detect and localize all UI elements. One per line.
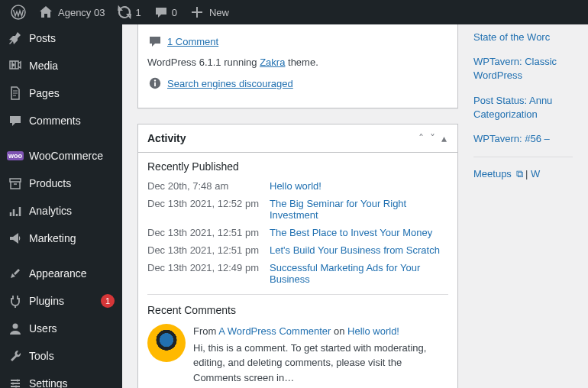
- updates-count: 1: [135, 7, 141, 18]
- admin-sidebar: Posts Media Pages Comments woo WooCommer…: [0, 24, 122, 388]
- sidebar-item-woocommerce[interactable]: woo WooCommerce: [0, 142, 122, 170]
- new-content-menu[interactable]: New: [183, 0, 235, 24]
- at-a-glance-panel: 1 Comment WordPress 6.1.1 running Zakra …: [137, 24, 458, 108]
- post-link[interactable]: Hello world!: [270, 180, 321, 192]
- sidebar-item-settings[interactable]: Settings: [0, 370, 122, 388]
- commenter-avatar: [147, 324, 186, 362]
- svg-point-4: [12, 383, 15, 385]
- plus-icon: [189, 5, 205, 20]
- post-date: Dec 20th, 7:48 am: [147, 180, 270, 192]
- sidebar-item-label: Posts: [29, 32, 115, 44]
- wp-logo-menu[interactable]: [5, 0, 32, 24]
- activity-panel: Activity ˄ ˅ ▴ Recently Published Dec 20…: [137, 124, 458, 388]
- updates-menu[interactable]: 1: [111, 0, 147, 24]
- wordpress-logo-icon: [11, 5, 26, 20]
- activity-post-row: Dec 13th 2021, 12:51 pm Let's Build Your…: [147, 244, 448, 256]
- comment-icon: [147, 34, 163, 49]
- site-name-menu[interactable]: Agency 03: [32, 0, 111, 24]
- update-icon: [117, 5, 132, 20]
- sidebar-item-label: Appearance: [29, 267, 115, 280]
- activity-post-row: Dec 13th 2021, 12:52 pm The Big Seminar …: [147, 198, 448, 221]
- home-icon: [38, 5, 53, 20]
- sidebar-item-label: Settings: [29, 377, 115, 388]
- news-widget: State of the Worc WPTavern: Classic Word…: [473, 24, 573, 388]
- sidebar-item-tools[interactable]: Tools: [0, 342, 122, 370]
- glance-comments-link[interactable]: 1 Comment: [167, 36, 218, 47]
- news-link[interactable]: Post Status: Annu Categorization: [473, 94, 573, 121]
- comment-icon: [8, 113, 23, 128]
- recent-comment-item: From A WordPress Commenter on Hello worl…: [147, 324, 448, 385]
- panel-toggle-icon[interactable]: ▴: [440, 132, 448, 144]
- user-icon: [8, 321, 23, 336]
- seo-warning-row: Search engines discouraged: [147, 76, 448, 91]
- megaphone-icon: [8, 231, 23, 246]
- comments-count: 0: [172, 7, 177, 18]
- activity-post-row: Dec 20th, 7:48 am Hello world!: [147, 180, 448, 192]
- sidebar-item-label: Media: [29, 60, 115, 72]
- page-icon: [8, 86, 23, 101]
- post-link[interactable]: Let's Build Your Business from Scratch: [270, 244, 440, 256]
- sidebar-item-plugins[interactable]: Plugins 1: [0, 287, 122, 315]
- meetups-link[interactable]: Meetups ⧉: [473, 168, 523, 179]
- sidebar-item-comments[interactable]: Comments: [0, 107, 122, 134]
- panel-down-icon[interactable]: ˅: [428, 132, 437, 144]
- sidebar-item-posts[interactable]: Posts: [0, 24, 122, 52]
- appearance-icon: [8, 266, 23, 281]
- sidebar-item-users[interactable]: Users: [0, 315, 122, 342]
- main-content: 1 Comment WordPress 6.1.1 running Zakra …: [122, 24, 588, 388]
- news-link[interactable]: WPTavern: #56 –: [473, 132, 573, 146]
- panel-controls: ˄ ˅ ▴: [417, 132, 448, 144]
- post-link[interactable]: The Best Place to Invest Your Money: [270, 227, 432, 238]
- svg-point-5: [15, 386, 18, 388]
- comment-body-text: Hi, this is a comment. To get started wi…: [193, 341, 448, 386]
- comment-post-link[interactable]: Hello world!: [347, 325, 399, 337]
- divider: [473, 157, 573, 157]
- comments-menu[interactable]: 0: [147, 0, 183, 24]
- sidebar-item-appearance[interactable]: Appearance: [0, 260, 122, 287]
- svg-point-2: [13, 324, 18, 329]
- post-date: Dec 13th 2021, 12:49 pm: [147, 262, 270, 285]
- plugins-update-badge: 1: [101, 294, 115, 308]
- post-link[interactable]: The Big Seminar for Your Right Investmen…: [270, 198, 448, 221]
- settings-icon: [8, 376, 23, 388]
- news-link[interactable]: State of the Worc: [473, 31, 573, 44]
- sidebar-item-label: Comments: [29, 115, 115, 127]
- comment-author-link[interactable]: A WordPress Commenter: [218, 325, 331, 337]
- sidebar-item-label: Tools: [29, 350, 115, 362]
- svg-point-1: [11, 63, 15, 66]
- comment-icon: [153, 5, 169, 20]
- sidebar-item-marketing[interactable]: Marketing: [0, 225, 122, 252]
- post-date: Dec 13th 2021, 12:51 pm: [147, 227, 270, 238]
- theme-link[interactable]: Zakra: [260, 57, 285, 68]
- media-icon: [8, 58, 23, 73]
- sidebar-item-label: WooCommerce: [29, 150, 115, 162]
- post-date: Dec 13th 2021, 12:51 pm: [147, 244, 270, 256]
- seo-warning-link[interactable]: Search engines discouraged: [167, 78, 293, 89]
- wordcamps-link[interactable]: W: [531, 168, 540, 179]
- activity-post-row: Dec 13th 2021, 12:49 pm Successful Marke…: [147, 262, 448, 285]
- svg-rect-8: [154, 82, 156, 86]
- post-date: Dec 13th 2021, 12:52 pm: [147, 198, 270, 221]
- activity-title: Activity: [147, 132, 186, 144]
- comment-from-line: From A WordPress Commenter on Hello worl…: [193, 324, 448, 339]
- sidebar-item-label: Marketing: [29, 232, 115, 244]
- activity-post-row: Dec 13th 2021, 12:51 pm The Best Place t…: [147, 227, 448, 238]
- glance-comments-row: 1 Comment: [147, 34, 448, 49]
- new-content-label: New: [209, 7, 229, 18]
- sidebar-item-label: Plugins: [29, 295, 101, 307]
- info-icon: [147, 76, 163, 91]
- news-footer: Meetups ⧉ | W: [473, 168, 573, 180]
- svg-point-3: [17, 380, 19, 382]
- panel-up-icon[interactable]: ˄: [417, 132, 425, 144]
- post-link[interactable]: Successful Marketing Ads for Your Busine…: [270, 262, 448, 285]
- sidebar-item-label: Pages: [29, 87, 115, 99]
- sidebar-item-products[interactable]: Products: [0, 170, 122, 197]
- recent-comments-heading: Recent Comments: [147, 304, 448, 316]
- news-link[interactable]: WPTavern: Classic WordPress: [473, 55, 573, 82]
- site-name-label: Agency 03: [58, 7, 105, 18]
- sidebar-item-analytics[interactable]: Analytics: [0, 197, 122, 225]
- sidebar-item-media[interactable]: Media: [0, 52, 122, 79]
- recently-published-heading: Recently Published: [147, 160, 448, 173]
- sidebar-item-pages[interactable]: Pages: [0, 79, 122, 107]
- pushpin-icon: [8, 31, 23, 46]
